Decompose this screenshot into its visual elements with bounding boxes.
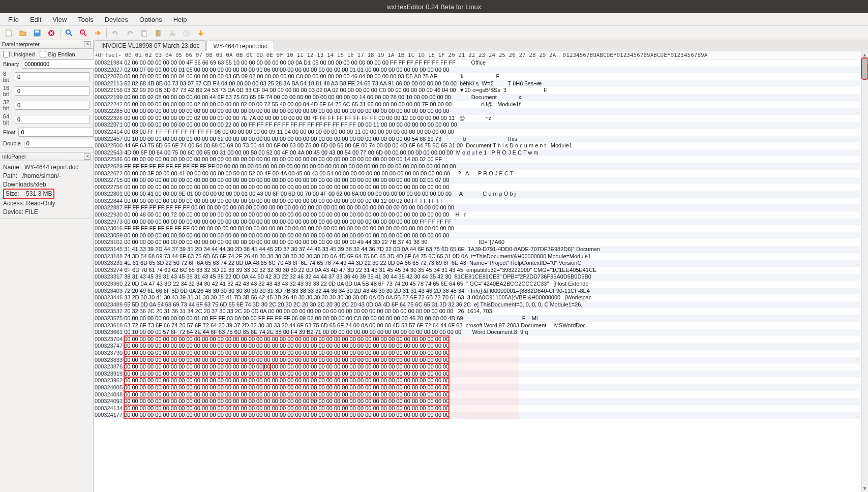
hex-bytes[interactable]: 72 20 49 6E 66 6F 5D 0D 0A 26 48 30 30 3… <box>124 288 464 295</box>
ascii[interactable]: ompatible32="393222000" CMG="1C1EE405E41… <box>463 267 596 274</box>
ascii[interactable]: béhKï s W=Σ T üHú $es¬æ <box>457 80 559 87</box>
hex-row[interactable]: 000322672 00 00 00 3F 00 00 00 41 00 00 … <box>95 170 860 177</box>
vertical-scrollbar[interactable]: ▲ ▼ <box>861 51 868 492</box>
ascii[interactable]: Office <box>456 59 531 67</box>
redo-button[interactable] <box>123 27 136 39</box>
new-file-button[interactable]: + <box>2 27 15 39</box>
ascii[interactable] <box>444 198 514 205</box>
big-endian-checkbox[interactable] <box>40 51 46 57</box>
close-file-button[interactable] <box>45 27 58 39</box>
hex-row[interactable]: 000323446 33 2D 30 30 41 30 43 39 31 31 … <box>95 294 860 301</box>
hex-row[interactable]: 000323704 00 00 00 00 00 00 00 00 00 00 … <box>95 336 860 343</box>
hex-row[interactable]: 000322285 00 00 00 00 00 00 00 00 00 00 … <box>95 108 860 115</box>
ascii[interactable] <box>449 336 519 343</box>
menu-options[interactable]: Options <box>134 14 167 25</box>
ascii[interactable]: Word.Document.8 9 q <box>461 329 556 336</box>
hex-bytes[interactable]: 4E 61 6D 65 3D 22 50 72 6F 6A 65 63 74 2… <box>124 260 466 267</box>
ascii[interactable] <box>449 412 519 419</box>
scroll-up-arrow[interactable]: ▲ <box>861 51 868 58</box>
hex-bytes[interactable]: 00 10 00 00 00 57 6F 72 64 2E 44 6F 63 7… <box>124 329 461 336</box>
hex-bytes[interactable]: 00 00 00 00 00 00 00 00 00 01 00 FE FF 0… <box>124 315 463 322</box>
ascii[interactable] <box>457 121 527 129</box>
open-file-button[interactable] <box>16 27 29 39</box>
hex-bytes[interactable]: 00 00 00 00 00 00 00 00 00 00 00 00 00 0… <box>124 219 452 226</box>
ascii[interactable] <box>449 343 519 350</box>
ascii[interactable] <box>454 225 524 232</box>
hex-row[interactable]: 000321984 02 06 00 00 00 00 00 00 4F 66 … <box>95 59 860 67</box>
ascii[interactable]: " GC="4240BA2BCC2CCC2C33" [Host Extende <box>463 281 589 288</box>
ascii[interactable]: Document T h i s D o c u m e n t Module1 <box>463 142 574 149</box>
hex-row[interactable]: 000322328 00 00 00 00 00 00 00 00 00 02 … <box>95 115 860 122</box>
hex-row[interactable]: 000323747 00 00 00 00 00 00 00 00 00 00 … <box>95 343 860 350</box>
ascii[interactable]: M o d u l e 1 P R O J E C T w m <box>453 149 554 157</box>
hex-bytes[interactable]: 44 6F 63 75 6D 65 6E 74 00 54 00 68 00 6… <box>124 142 463 149</box>
di-input-binary[interactable] <box>22 59 97 69</box>
hex-bytes[interactable]: 00 00 00 00 00 00 00 00 00 00 00 00 00 0… <box>124 184 449 191</box>
hex-bytes[interactable]: 00 00 00 00 00 00 00 00 00 00 00 00 00 0… <box>124 336 449 343</box>
hex-bytes[interactable]: 00 00 00 00 00 00 00 00 00 00 00 00 00 0… <box>124 384 449 391</box>
hex-row[interactable]: 000323360 22 0D 0A 47 43 3D 22 34 32 34 … <box>95 281 860 288</box>
ascii[interactable] <box>449 405 519 412</box>
hex-row[interactable]: 000323876 00 00 00 00 00 00 00 00 00 00 … <box>95 363 860 371</box>
ascii[interactable] <box>449 67 519 74</box>
scroll-down-arrow[interactable]: ▼ <box>861 485 868 492</box>
hex-row[interactable]: 000322113 62 82 68 4B 8B 00 73 03 07 57 … <box>95 80 860 87</box>
hex-row[interactable]: 000322973 00 00 00 00 00 00 00 00 00 00 … <box>95 219 860 226</box>
hex-row[interactable]: 000323403 72 20 49 6E 66 6F 5D 0D 0A 26 … <box>95 288 860 295</box>
ascii[interactable] <box>449 232 519 239</box>
hex-row[interactable]: 000322801 00 00 00 41 00 00 00 9E 01 00 … <box>95 191 860 198</box>
ascii[interactable] <box>449 184 519 191</box>
hex-row[interactable]: 000322457 00 10 00 00 00 00 00 00 01 00 … <box>95 136 860 143</box>
hex-row[interactable]: 000324048 00 00 00 00 00 00 00 00 00 00 … <box>95 391 860 398</box>
hex-bytes[interactable]: 00 00 00 41 00 00 00 9E 01 00 00 00 00 0… <box>124 191 452 198</box>
find-button[interactable] <box>63 27 76 39</box>
hex-row[interactable]: 000323016 FF FF FF FF FF FF FF FF 00 00 … <box>95 225 860 232</box>
hex-row[interactable]: 000322199 00 00 00 02 08 00 00 00 00 00 … <box>95 94 860 101</box>
find-replace-button[interactable] <box>77 27 90 39</box>
hex-row[interactable]: 000322930 00 00 48 00 00 00 72 00 00 00 … <box>95 211 860 219</box>
hex-row[interactable]: 000323532 20 32 36 2C 20 31 36 31 34 2C … <box>95 308 860 315</box>
hex-row[interactable]: 000322371 00 00 00 00 00 00 00 00 00 00 … <box>95 121 860 129</box>
hex-row[interactable]: 000323188 74 3D 54 68 69 73 44 6F 63 75 … <box>95 253 860 260</box>
hex-row[interactable]: 000322500 44 6F 63 75 6D 65 6E 74 00 54 … <box>95 142 860 149</box>
hex-bytes[interactable]: 00 00 00 00 00 00 00 00 00 00 00 00 00 0… <box>124 343 449 350</box>
ascii[interactable]: 26, 1614, 703, <box>453 308 537 315</box>
copy-button[interactable] <box>137 27 151 39</box>
hex-bytes[interactable]: 62 82 68 4B 8B 00 73 03 07 57 CD E4 04 0… <box>124 80 457 87</box>
menu-devices[interactable]: Devices <box>100 14 133 25</box>
ascii[interactable] <box>449 108 519 115</box>
hex-bytes[interactable]: 33 2D 30 30 41 30 43 39 31 31 30 30 35 4… <box>124 294 464 301</box>
ascii[interactable]: t=ThisDocument/&H00000000 Module=Module1 <box>468 253 594 260</box>
hex-bytes[interactable]: 00 00 00 00 00 00 00 00 00 00 00 00 00 0… <box>124 412 449 419</box>
hex-row[interactable]: 000324091 00 00 00 00 00 00 00 00 00 00 … <box>95 398 860 405</box>
hex-row[interactable]: 000323274 6F 6D 70 61 74 69 62 6C 65 33 … <box>95 267 860 274</box>
ascii[interactable] <box>452 219 522 226</box>
hex-row[interactable]: 000322629 FF FF FF FF FF FF FF FF FF FF … <box>95 163 860 170</box>
file-tab[interactable]: WY-4644 report.doc <box>206 41 274 51</box>
ascii[interactable] <box>449 363 519 371</box>
hex-bytes[interactable]: 02 00 07 00 00 00 00 01 06 00 00 00 00 0… <box>124 67 449 74</box>
hex-bytes[interactable]: 00 00 00 00 00 00 00 00 00 00 00 00 00 0… <box>124 239 427 246</box>
hex-row[interactable]: 000322887 FF FF FF FF FF FF FF FF 00 00 … <box>95 204 860 211</box>
ascii[interactable] <box>449 398 519 405</box>
hex-bytes[interactable]: 00 00 00 00 00 00 00 00 00 00 00 00 00 0… <box>124 398 449 405</box>
ascii[interactable]: ? A P R O J E C T <box>450 170 538 177</box>
di-input-32bit[interactable] <box>15 101 90 110</box>
ascii[interactable] <box>442 156 512 163</box>
ascii[interactable]: Document x <box>451 94 534 101</box>
hex-bytes[interactable]: 00 00 00 00 00 00 00 04 00 00 00 00 00 0… <box>124 73 437 80</box>
hex-row[interactable]: 000324005 00 00 00 00 00 00 00 00 00 00 … <box>95 384 860 391</box>
hex-row[interactable]: 000323790 00 00 00 00 00 00 00 00 00 00 … <box>95 350 860 357</box>
hex-bytes[interactable]: 00 03 00 FF FF FF FF FF FF FF FF 06 00 0… <box>124 129 454 136</box>
ascii[interactable] <box>449 377 519 384</box>
ascii[interactable]: F Mi <box>463 315 538 322</box>
di-input-float[interactable] <box>18 128 94 137</box>
ascii[interactable]: 81CE81CE81CE8" DPB="2F2DD736F95A0D5B0D5B… <box>452 273 591 281</box>
panel-close-icon[interactable]: × <box>84 41 91 47</box>
hex-bytes[interactable]: 00 00 00 00 00 00 00 00 00 00 00 00 00 0… <box>124 363 449 371</box>
hex-row[interactable]: 000323231 4E 61 6D 65 3D 22 50 72 6F 6A … <box>95 260 860 267</box>
ascii[interactable] <box>449 371 519 378</box>
hex-bytes[interactable]: 65 5D 0D 0A 54 68 69 73 44 6F 63 75 6D 6… <box>124 301 471 309</box>
ascii[interactable] <box>449 391 519 398</box>
ascii[interactable]: r Info] &H00000001={3832D640-CF90-11CF-8… <box>464 288 590 295</box>
